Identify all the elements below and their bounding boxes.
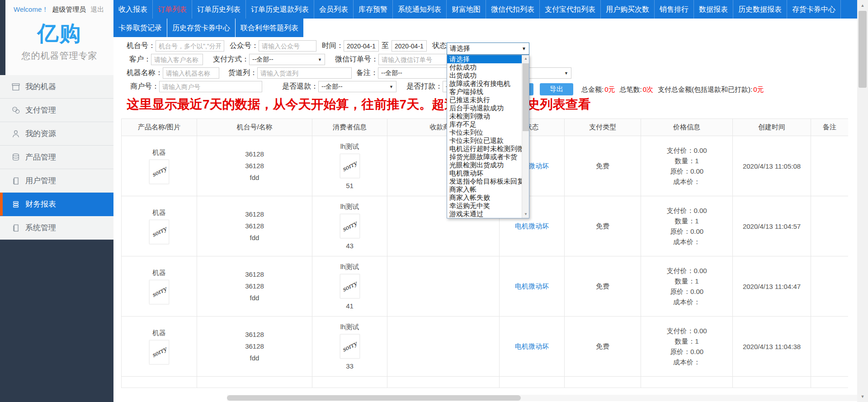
status-link[interactable]: 电机微动坏 [515,342,549,350]
sidebar-item-document[interactable]: 系统管理 [0,216,113,240]
pay-method-select[interactable]: --全部--▼ [249,54,325,65]
primary-nav-tab[interactable]: 存货卡券中心 [787,0,841,19]
primary-nav-tab[interactable]: 库存预警 [354,0,393,19]
horizontal-scrollbar[interactable] [227,395,868,401]
sidebar-item-person[interactable]: 我的资源 [0,122,113,146]
sidebar-item-label: 系统管理 [25,222,56,233]
database-icon [11,152,21,162]
state-option[interactable]: 游戏未通过 [447,210,529,218]
secondary-nav-tab[interactable]: 历史存货卡券中心 [167,19,236,37]
sidebar-item-wechat[interactable]: 支付管理 [0,99,113,122]
primary-nav-tab[interactable]: 订单历史列表 [192,0,246,19]
primary-nav-tab[interactable]: 财富地图 [447,0,486,19]
state-option[interactable]: 故障或者没有接电机 [447,80,529,88]
sidebar-item-label: 财务报表 [25,199,56,209]
machine-name-input[interactable] [163,67,219,79]
customer-input[interactable] [151,54,203,65]
state-option[interactable]: 商家入帐 [447,185,529,194]
table-header-cell: 备注 [811,119,849,136]
primary-nav-tab[interactable]: 订单列表 [153,0,192,19]
created-cell: 2020/4/13 11:04:38 [733,317,811,377]
primary-nav-tab[interactable]: 收入报表 [113,0,153,19]
state-option[interactable]: 发送指令给目标板未回复 [447,177,529,185]
sidebar-item-document[interactable]: 用户管理 [0,169,113,193]
empty-cell [312,377,387,388]
state-select[interactable]: 请选择▼ [447,43,529,55]
remark-cell [811,136,849,196]
state-option[interactable]: 电机运行超时未检测到微动 [447,145,529,153]
primary-nav-tab[interactable]: 会员列表 [314,0,354,19]
state-option[interactable]: 电机微动坏 [447,169,529,177]
state-option[interactable]: 请选择 [447,55,529,63]
state-option[interactable]: 未检测到微动 [447,112,529,120]
date-to-input[interactable] [392,40,427,52]
primary-nav-tab[interactable]: 历史数据报表 [733,0,787,19]
vertical-scrollbar[interactable]: ▲ ▼ [857,0,868,402]
state-option[interactable]: 幸运购无中奖 [447,202,529,210]
consumer-cell: lh测试sorry33 [312,317,387,377]
price-cell: 支付价：0.00数量：1原价：0.00成本价： [641,317,733,377]
sidebar-item-machine[interactable]: 我的机器 [0,75,113,99]
primary-nav-tab[interactable]: 销售排行 [655,0,694,19]
refund-select[interactable]: --全部--▼ [318,81,396,92]
sidebar-item-label: 我的资源 [25,128,56,139]
logout-link[interactable]: 退出 [90,5,104,13]
status-link[interactable]: 电机微动坏 [515,222,549,230]
secondary-nav-tab[interactable]: 联合利华答题列表 [236,19,303,37]
pay-type-cell: 免费 [565,317,641,377]
secondary-nav-tab[interactable]: 卡券取货记录 [113,19,167,37]
state-option[interactable]: 已推送未执行 [447,96,529,104]
state-option[interactable]: 后台手动退款成功 [447,104,529,112]
wechat-order-label: 微信订单号： [335,55,378,64]
official-account-input[interactable] [259,40,316,52]
customer-label: 客户： [129,55,151,64]
state-option[interactable]: 卡位未到位 [447,128,529,137]
vertical-scrollbar-thumb[interactable] [859,11,867,88]
scroll-up-icon[interactable]: ▲ [857,1,868,10]
state-option[interactable]: 光眼检测出货成功 [447,161,529,169]
date-from-input[interactable] [344,40,379,52]
state-option[interactable]: 掉货光眼故障或者卡货 [447,153,529,161]
pay-method-label: 支付方式： [213,55,249,64]
state-option[interactable]: 库存不足 [447,120,529,128]
scroll-down-icon[interactable]: ▼ [522,211,529,218]
primary-nav-tab[interactable]: 支付宝代扣列表 [540,0,601,19]
sidebar-item-report[interactable]: 财务报表 [0,193,113,216]
state-option[interactable]: 商家入帐失败 [447,194,529,202]
refund-label: 是否退款： [282,82,318,91]
state-option[interactable]: 出货成功 [447,71,529,80]
scroll-up-icon[interactable]: ▲ [522,55,529,62]
machine-cell: 3612836128fdd [197,196,312,256]
sidebar-item-label: 用户管理 [25,175,56,186]
machine-no-input[interactable] [156,40,224,52]
primary-nav-tab[interactable]: 订单历史退款列表 [246,0,314,19]
state-option[interactable]: 客户端掉线 [447,88,529,96]
sorry-placeholder-image: sorry [340,334,360,359]
primary-nav-tab[interactable]: 微信代扣列表 [486,0,540,19]
status-link[interactable]: 电机微动坏 [515,282,549,290]
merchant-no-input[interactable] [159,81,262,92]
welcome-text: Welcome！ [14,5,48,13]
horizontal-scrollbar-thumb[interactable] [227,395,521,401]
document-icon [11,176,21,186]
merchant-no-label: 商户号： [130,82,159,91]
machine-name-label: 机器名称： [127,68,163,78]
sorry-placeholder-image: sorry [149,280,169,304]
sidebar-item-database[interactable]: 产品管理 [0,146,113,169]
state-option[interactable]: 付款成功 [447,63,529,71]
channel-input[interactable] [257,67,352,79]
remark-cell [811,256,849,317]
sidebar-menu: 我的机器支付管理我的资源产品管理用户管理财务报表系统管理 [0,75,113,240]
primary-nav-tab[interactable]: 用户购买次数 [601,0,655,19]
primary-nav-tab[interactable]: 数据报表 [694,0,733,19]
remark-cell [811,317,849,377]
pay-type-cell: 免费 [565,136,641,196]
dropdown-scrollbar-thumb[interactable] [523,63,529,131]
export-button[interactable]: 导出 [540,83,573,95]
dropdown-scrollbar[interactable]: ▲ ▼ [522,55,529,218]
state-option[interactable]: 卡位未到位已退款 [447,137,529,145]
scroll-down-icon[interactable]: ▼ [857,392,868,401]
primary-nav-tab[interactable]: 系统通知列表 [393,0,447,19]
sidebar-item-label: 我的机器 [25,81,56,92]
official-account-label: 公众号： [230,41,259,51]
